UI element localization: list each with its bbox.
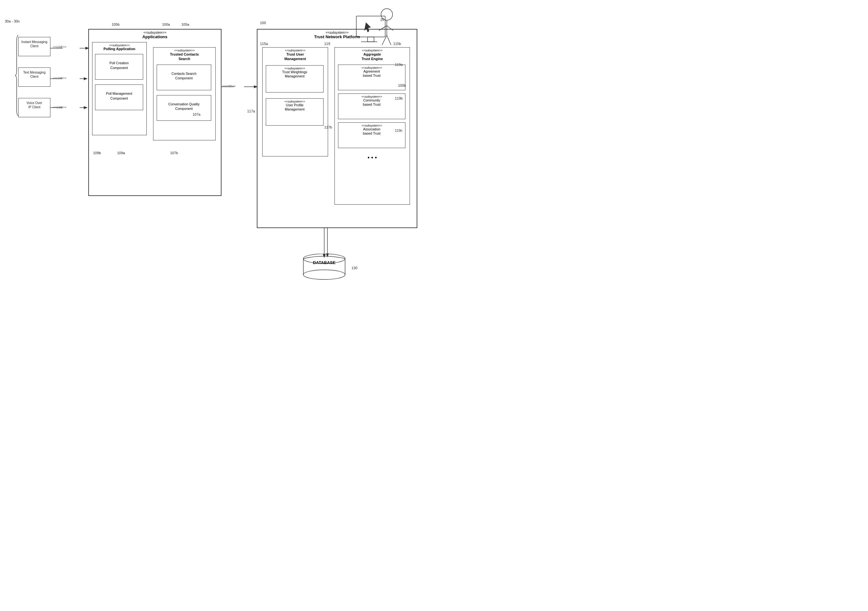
conversation-quality-label: Conversation QualityComponent [157, 95, 211, 111]
use-label-4: <<USE>> [222, 84, 236, 88]
user-profile-subsystem-label: <<subsystem>> [266, 100, 323, 103]
contacts-search-box: Contacts SearchComponent [157, 65, 211, 90]
applications-outer-box: <<subsystem>> Applications <<subsystem>>… [88, 29, 222, 196]
use-label-2: <<USE>> [53, 76, 67, 80]
poll-creation-box: Poll CreationComponent [95, 54, 143, 80]
applications-subsystem-label: <<subsystem>> [89, 31, 221, 34]
ref-115a: 115a [260, 42, 268, 46]
text-client-box: Text MessagingClient [18, 67, 50, 87]
trusted-contacts-box: <<subsystem>> Trusted ContactsSearch Con… [153, 47, 216, 140]
use-label-3: <<USE>> [53, 106, 67, 109]
ref-100b: 100b [398, 84, 406, 87]
conversation-quality-box: Conversation QualityComponent [157, 95, 211, 121]
agreement-subsystem-label: <<subsystem>> [338, 66, 405, 69]
svg-line-22 [387, 35, 391, 45]
trusted-subsystem-label: <<subsystem>> [153, 49, 215, 52]
ref-109a: 109a [117, 151, 125, 155]
trusted-contacts-title: Trusted ContactsSearch [153, 52, 215, 61]
association-trust-box: <<subsystem>> Associationbased Trust [338, 123, 405, 148]
trust-user-mgmt-title: Trust UserManagement [263, 52, 328, 61]
polling-app-box: <<subsystem>> Polling Application Poll C… [92, 42, 147, 135]
ref-119b: 119b [395, 96, 403, 100]
trust-weightings-box: <<subsystem>> Trust WeightingsManagement [266, 65, 324, 93]
polling-subsystem-label: <<subsystem>> [93, 44, 146, 47]
aggregate-trust-box: <<subsystem>> AggregateTrust Engine <<su… [335, 47, 410, 205]
voip-client-label: Voice OverIP Client [19, 98, 50, 110]
diagram-container: 30a - 30n Instant Messaging Client Text … [0, 0, 434, 306]
user-profile-title: User ProfileManagement [266, 103, 323, 112]
ref-119a: 119a [395, 63, 403, 67]
clients-range-label: 30a - 30n [5, 19, 20, 23]
ref-109b: 109b [93, 151, 101, 155]
poll-management-box: Poll ManagementComponent [95, 84, 143, 110]
im-client-label: Instant Messaging Client [19, 37, 50, 50]
trust-weightings-title: Trust WeightingsManagement [266, 70, 323, 79]
polling-app-title: Polling Application [93, 47, 146, 51]
database-label: DATABASE [302, 260, 347, 265]
ref-100: 100 [260, 21, 266, 25]
trust-network-box: <<subsystem>> Trust Network Platform <<s… [257, 29, 417, 228]
voip-client-box: Voice OverIP Client [18, 98, 50, 117]
trust-user-subsystem-label: <<subsystem>> [263, 49, 328, 52]
person-monitor-illustration [337, 6, 401, 56]
ref-117b: 117b [324, 125, 332, 129]
illustration-svg [337, 6, 401, 54]
svg-point-17 [381, 9, 392, 20]
agreement-trust-title: Agreementbased Trust [338, 69, 405, 78]
agreement-trust-box: <<subsystem>> Agreementbased Trust [338, 65, 405, 90]
text-client-label: Text MessagingClient [19, 68, 50, 80]
ref-119c: 119c [395, 129, 403, 132]
svg-rect-15 [367, 37, 374, 42]
ref-100a: 100a [162, 22, 170, 26]
db-connector-svg [322, 228, 332, 260]
contacts-search-label: Contacts SearchComponent [157, 65, 211, 81]
svg-line-19 [379, 26, 387, 31]
im-client-box: Instant Messaging Client [18, 37, 50, 56]
ref-130: 130 [352, 266, 357, 270]
ref-107b: 107b [170, 151, 178, 155]
poll-creation-label: Poll CreationComponent [95, 54, 143, 70]
dots: • • • [335, 154, 409, 161]
ref-119: 119 [324, 42, 330, 46]
trust-weightings-subsystem-label: <<subsystem>> [266, 67, 323, 70]
ref-105a: 105a [181, 22, 189, 26]
ref-105b: 105b [112, 22, 119, 26]
svg-point-13 [303, 270, 345, 280]
svg-line-20 [387, 26, 393, 31]
poll-management-label: Poll ManagementComponent [95, 85, 143, 101]
ref-117a: 117a [247, 109, 255, 113]
applications-title: Applications [89, 34, 221, 39]
trust-user-mgmt-box: <<subsystem>> Trust UserManagement <<sub… [262, 47, 328, 157]
svg-rect-14 [356, 16, 385, 37]
user-profile-box: <<subsystem>> User ProfileManagement [266, 98, 324, 126]
association-subsystem-label: <<subsystem>> [338, 124, 405, 127]
use-label-1: <<USE>> [53, 45, 67, 48]
ref-107a: 107a [192, 112, 200, 116]
